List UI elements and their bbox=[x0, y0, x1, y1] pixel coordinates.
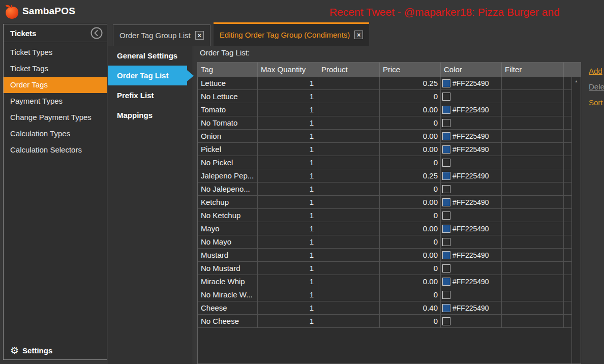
cell-max-quantity[interactable]: 1 bbox=[258, 222, 318, 235]
cell-filter[interactable] bbox=[502, 222, 564, 235]
cell-price[interactable]: 0 bbox=[380, 209, 441, 222]
cell-color[interactable]: #FF225490 bbox=[441, 196, 502, 208]
cell-tag[interactable]: Mayo bbox=[198, 222, 258, 235]
cell-color[interactable]: #FF225490 bbox=[441, 103, 502, 116]
color-swatch[interactable] bbox=[442, 93, 450, 101]
cell-price[interactable]: 0 bbox=[380, 183, 441, 195]
cell-filter[interactable] bbox=[502, 209, 564, 222]
table-row[interactable]: No Cheese 1 0 bbox=[198, 315, 572, 328]
cell-price[interactable]: 0 bbox=[380, 262, 441, 275]
cell-price[interactable]: 0.00 bbox=[380, 130, 441, 142]
cell-product[interactable] bbox=[318, 315, 380, 327]
section-tab[interactable]: General Settings bbox=[108, 46, 193, 66]
cell-color[interactable] bbox=[441, 116, 502, 129]
cell-tag[interactable]: No Tomato bbox=[198, 116, 258, 129]
color-swatch[interactable] bbox=[442, 304, 450, 312]
sidebar-item[interactable]: Calculation Selectors bbox=[4, 142, 107, 158]
column-header[interactable]: Color bbox=[441, 63, 502, 77]
cell-product[interactable] bbox=[318, 262, 380, 275]
cell-product[interactable] bbox=[318, 209, 380, 222]
column-header[interactable]: Filter bbox=[502, 63, 564, 77]
cell-max-quantity[interactable]: 1 bbox=[258, 130, 318, 142]
column-header[interactable]: Price bbox=[380, 63, 441, 77]
table-row[interactable]: Pickel 1 0.00 #FF225490 bbox=[198, 143, 572, 156]
cell-price[interactable]: 0.25 bbox=[380, 169, 441, 182]
cell-product[interactable] bbox=[318, 116, 380, 129]
cell-price[interactable]: 0 bbox=[380, 156, 441, 169]
cell-filter[interactable] bbox=[502, 90, 564, 103]
cell-filter[interactable] bbox=[502, 103, 564, 116]
cell-tag[interactable]: Jalepeno Pep... bbox=[198, 169, 258, 182]
cell-max-quantity[interactable]: 1 bbox=[258, 143, 318, 156]
cell-max-quantity[interactable]: 1 bbox=[258, 103, 318, 116]
color-swatch[interactable] bbox=[442, 132, 450, 140]
cell-product[interactable] bbox=[318, 143, 380, 156]
cell-max-quantity[interactable]: 1 bbox=[258, 275, 318, 288]
sidebar-item[interactable]: Ticket Types bbox=[4, 44, 107, 60]
color-swatch[interactable] bbox=[442, 185, 450, 193]
section-tab[interactable]: Prefix List bbox=[108, 85, 193, 105]
command-link[interactable]: Dele bbox=[589, 82, 604, 91]
table-row[interactable]: Jalepeno Pep... 1 0.25 #FF225490 bbox=[198, 169, 572, 183]
cell-product[interactable] bbox=[318, 249, 380, 261]
cell-product[interactable] bbox=[318, 156, 380, 169]
cell-filter[interactable] bbox=[502, 183, 564, 195]
table-row[interactable]: No Pickel 1 0 bbox=[198, 156, 572, 169]
cell-color[interactable]: #FF225490 bbox=[441, 143, 502, 156]
color-swatch[interactable] bbox=[442, 238, 450, 246]
cell-filter[interactable] bbox=[502, 169, 564, 182]
cell-color[interactable]: #FF225490 bbox=[441, 77, 502, 89]
cell-tag[interactable]: No Miracle W... bbox=[198, 288, 258, 301]
cell-color[interactable] bbox=[441, 90, 502, 103]
cell-color[interactable] bbox=[441, 235, 502, 248]
cell-tag[interactable]: Pickel bbox=[198, 143, 258, 156]
cell-filter[interactable] bbox=[502, 275, 564, 288]
table-row[interactable]: Mustard 1 0.00 #FF225490 bbox=[198, 249, 572, 262]
cell-filter[interactable] bbox=[502, 77, 564, 89]
command-link[interactable]: Sort bbox=[589, 98, 604, 107]
scroll-up-icon[interactable]: ▲ bbox=[575, 77, 578, 363]
color-swatch[interactable] bbox=[442, 251, 450, 259]
cell-product[interactable] bbox=[318, 130, 380, 142]
cell-price[interactable]: 0 bbox=[380, 288, 441, 301]
cell-product[interactable] bbox=[318, 235, 380, 248]
color-swatch[interactable] bbox=[442, 159, 450, 167]
cell-product[interactable] bbox=[318, 222, 380, 235]
color-swatch[interactable] bbox=[442, 317, 450, 325]
sidebar-item[interactable]: Change Payment Types bbox=[4, 109, 107, 126]
cell-filter[interactable] bbox=[502, 116, 564, 129]
cell-tag[interactable]: Mustard bbox=[198, 249, 258, 261]
color-swatch[interactable] bbox=[442, 172, 450, 180]
cell-price[interactable]: 0 bbox=[380, 235, 441, 248]
cell-color[interactable]: #FF225490 bbox=[441, 222, 502, 235]
cell-color[interactable]: #FF225490 bbox=[441, 249, 502, 261]
cell-max-quantity[interactable]: 1 bbox=[258, 288, 318, 301]
close-icon[interactable]: × bbox=[354, 31, 363, 39]
color-swatch[interactable] bbox=[442, 278, 450, 286]
table-row[interactable]: No Ketchup 1 0 bbox=[198, 209, 572, 222]
cell-tag[interactable]: Ketchup bbox=[198, 196, 258, 208]
table-row[interactable]: Lettuce 1 0.25 #FF225490 bbox=[198, 77, 572, 90]
cell-filter[interactable] bbox=[502, 301, 564, 314]
cell-price[interactable]: 0 bbox=[380, 315, 441, 327]
settings-button[interactable]: ⚙ Settings bbox=[10, 346, 52, 355]
back-icon[interactable] bbox=[90, 27, 103, 39]
table-row[interactable]: No Tomato 1 0 bbox=[198, 116, 572, 130]
cell-price[interactable]: 0.00 bbox=[380, 143, 441, 156]
cell-product[interactable] bbox=[318, 77, 380, 89]
sidebar-item[interactable]: Payment Types bbox=[4, 93, 107, 109]
color-swatch[interactable] bbox=[442, 145, 450, 154]
cell-product[interactable] bbox=[318, 196, 380, 208]
sidebar-item[interactable]: Order Tags bbox=[4, 77, 107, 93]
table-row[interactable]: No Mayo 1 0 bbox=[198, 235, 572, 249]
cell-color[interactable]: #FF225490 bbox=[441, 301, 502, 314]
section-tab[interactable]: Order Tag List bbox=[108, 66, 187, 85]
cell-product[interactable] bbox=[318, 103, 380, 116]
cell-product[interactable] bbox=[318, 183, 380, 195]
table-row[interactable]: Cheese 1 0.40 #FF225490 bbox=[198, 301, 572, 315]
color-swatch[interactable] bbox=[442, 264, 450, 272]
document-tab[interactable]: Order Tag Group List × bbox=[113, 24, 210, 46]
cell-tag[interactable]: No Pickel bbox=[198, 156, 258, 169]
cell-product[interactable] bbox=[318, 288, 380, 301]
cell-tag[interactable]: No Mayo bbox=[198, 235, 258, 248]
